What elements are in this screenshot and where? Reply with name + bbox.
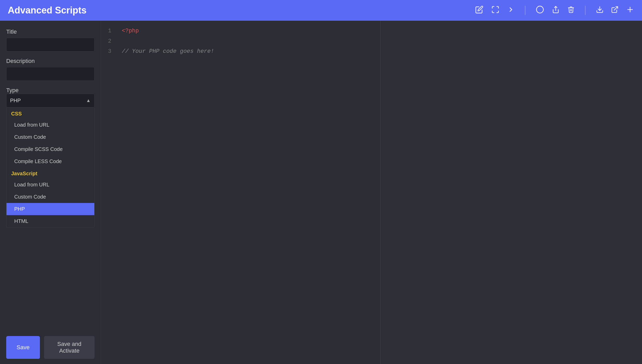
- type-section: Type PHP ▲ CSS Load from URL Custom Code…: [6, 87, 95, 107]
- dropdown-item-js-load-url[interactable]: Load from URL: [6, 179, 94, 191]
- right-panel: [380, 21, 642, 364]
- title-input[interactable]: [6, 38, 95, 52]
- type-select[interactable]: PHP ▲: [6, 94, 95, 107]
- external-link-icon[interactable]: [611, 5, 619, 16]
- dropdown-item-html[interactable]: HTML: [6, 215, 94, 227]
- header-divider: [525, 6, 525, 15]
- code-line-3: // Your PHP code goes here!: [122, 46, 375, 57]
- code-line-1: <?php: [122, 26, 375, 36]
- description-label: Description: [6, 58, 95, 64]
- share-icon[interactable]: [552, 5, 560, 16]
- add-icon[interactable]: [626, 5, 634, 16]
- save-activate-button[interactable]: Save and Activate: [44, 336, 95, 359]
- code-line-2: [122, 36, 375, 47]
- save-button[interactable]: Save: [6, 336, 40, 359]
- sidebar: Title Description Type PHP ▲ CSS Load fr…: [0, 21, 101, 364]
- svg-line-3: [614, 6, 618, 10]
- dropdown-item-php[interactable]: PHP: [6, 203, 94, 215]
- header-icons: [475, 5, 634, 16]
- dropdown-item-js-custom-code[interactable]: Custom Code: [6, 191, 94, 203]
- main-layout: Title Description Type PHP ▲ CSS Load fr…: [0, 21, 642, 364]
- description-input[interactable]: [6, 67, 95, 81]
- line-number-2: 2: [106, 36, 111, 47]
- line-number-3: 3: [106, 46, 111, 57]
- page-title: Advanced Scripts: [8, 5, 87, 16]
- type-label: Type: [6, 87, 19, 93]
- dropdown-item-css-load-url[interactable]: Load from URL: [6, 119, 94, 131]
- line-number-1: 1: [106, 26, 111, 36]
- type-selected-value: PHP: [10, 98, 21, 104]
- forward-icon[interactable]: [507, 5, 515, 16]
- css-group-label: CSS: [6, 108, 94, 119]
- expand-icon[interactable]: [491, 5, 500, 16]
- dropdown-item-css-compile-scss[interactable]: Compile SCSS Code: [6, 143, 94, 155]
- type-select-wrapper: PHP ▲ CSS Load from URL Custom Code Comp…: [6, 94, 95, 107]
- chevron-up-icon: ▲: [86, 98, 91, 103]
- title-label: Title: [6, 28, 95, 35]
- trash-icon[interactable]: [567, 5, 575, 16]
- code-editor[interactable]: 1 2 3 <?php // Your PHP code goes here!: [101, 21, 380, 364]
- dropdown-item-css-compile-less[interactable]: Compile LESS Code: [6, 155, 94, 168]
- js-group-label: JavaScript: [6, 168, 94, 179]
- edit-icon[interactable]: [475, 5, 483, 16]
- sidebar-footer: Save Save and Activate: [0, 331, 101, 364]
- dropdown-item-css-custom-code[interactable]: Custom Code: [6, 131, 94, 143]
- header-divider-2: [585, 6, 586, 15]
- code-content[interactable]: <?php // Your PHP code goes here!: [117, 26, 380, 359]
- header: Advanced Scripts: [0, 0, 642, 21]
- svg-point-0: [537, 6, 544, 13]
- type-dropdown: CSS Load from URL Custom Code Compile SC…: [6, 108, 95, 228]
- line-numbers: 1 2 3: [101, 26, 117, 359]
- editor-area: 1 2 3 <?php // Your PHP code goes here!: [101, 21, 380, 364]
- circle-icon[interactable]: [536, 5, 544, 16]
- header-right-icons: [596, 5, 634, 16]
- download-icon[interactable]: [596, 5, 604, 16]
